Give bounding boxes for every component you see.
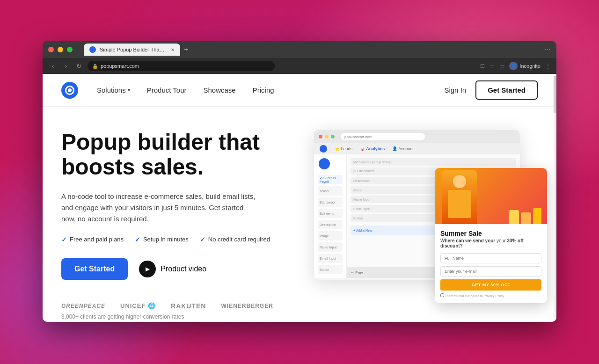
youtube-icon: ▶ — [139, 261, 156, 277]
feature-label-3: No credit card required — [208, 236, 270, 243]
client-rakuten: Rakuten — [171, 302, 206, 310]
logo-inner — [65, 86, 74, 95]
tab-favicon — [89, 46, 96, 53]
popup-cta-button[interactable]: GET MY 30% OFF — [440, 279, 541, 291]
mockup-form-row-1: My beautiful popup design — [351, 158, 516, 166]
hero-features: ✓ Free and paid plans ✓ Setup in minutes… — [61, 236, 295, 243]
popup-email-input[interactable] — [440, 266, 541, 277]
mockup-menu-email[interactable]: Email Input — [318, 254, 343, 263]
mockup-tab-account[interactable]: 👤 Account — [392, 146, 414, 151]
product-video-label: Product video — [161, 265, 206, 273]
mockup-nav-tabs: ⭐ Leads 📊 Analytics 👤 Account — [314, 143, 520, 154]
mockup-menu-name[interactable]: Name Input — [318, 242, 343, 252]
site-navigation: Solutions Product Tour Showcase Pricing … — [43, 74, 556, 107]
browser-scrollbar[interactable] — [554, 74, 556, 322]
popup-image-area — [435, 168, 547, 224]
hero-content: Popup builder that boosts sales. A no-co… — [61, 130, 295, 320]
minimize-button[interactable] — [58, 47, 63, 52]
product-video-button[interactable]: ▶ Product video — [139, 261, 206, 277]
reload-button[interactable]: ↻ — [74, 62, 84, 70]
check-icon-1: ✓ — [61, 236, 67, 243]
scrollbar-thumb[interactable] — [554, 76, 556, 113]
active-tab[interactable]: Simple Popup Builder That Bo... ✕ — [84, 44, 180, 56]
nav-product-tour[interactable]: Product Tour — [147, 86, 187, 94]
get-started-nav-button[interactable]: Get Started — [475, 80, 538, 100]
client-wienerberger: wienerberger — [221, 303, 273, 309]
mockup-menu-edu[interactable]: Edu demo — [318, 197, 343, 207]
site-logo[interactable] — [61, 82, 78, 99]
feature-no-cc: ✓ No credit card required — [200, 236, 270, 243]
check-icon-3: ✓ — [200, 236, 205, 243]
get-started-button[interactable]: Get Started — [61, 258, 128, 280]
clients-logos: GREENPEACE unicef 🌐 Rakuten wienerberger — [61, 302, 295, 310]
browser-chrome: Simple Popup Builder That Bo... ✕ + ⋯ ‹ … — [43, 41, 556, 74]
mockup-tab-analytics[interactable]: 📊 Analytics — [360, 146, 385, 151]
mockup-logo — [320, 145, 327, 153]
hero-description: A no-code tool to increase e-commerce sa… — [61, 191, 258, 225]
mockup-menu-image[interactable]: Image — [318, 231, 343, 240]
back-button[interactable]: ‹ — [48, 62, 58, 70]
hero-title-line1: Popup builder that — [61, 130, 260, 154]
address-bar-right: ⊡ ☆ ▭ 👤 Incognito ⋮ — [480, 62, 551, 70]
mockup-menu-desc[interactable]: Description — [318, 220, 343, 229]
bag-2 — [521, 212, 531, 224]
profile-icon[interactable]: ▭ — [499, 63, 504, 69]
mockup-dot-yellow — [325, 135, 329, 138]
clients-caption: 3,000+ clients are getting higher conver… — [61, 313, 295, 320]
feature-label-1: Free and paid plans — [70, 236, 124, 243]
mockup-menu-success[interactable]: ✓ Success Payoff — [318, 175, 343, 184]
mockup-sidebar: ✓ Success Payoff Teaser Edu demo Edit de… — [314, 154, 347, 278]
url-field[interactable]: 🔒 popupsmart.com — [88, 61, 275, 71]
popup-terms-checkbox[interactable] — [440, 293, 444, 297]
check-icon-2: ✓ — [135, 236, 140, 243]
feature-setup: ✓ Setup in minutes — [135, 236, 189, 243]
menu-icon[interactable]: ⋮ — [545, 63, 551, 69]
mockup-sidebar-logo — [319, 158, 330, 169]
hero-actions: Get Started ▶ Product video — [61, 258, 295, 280]
hero-title: Popup builder that boosts sales. — [61, 130, 295, 180]
close-button[interactable] — [48, 47, 54, 52]
address-bar: ‹ › ↻ 🔒 popupsmart.com ⊡ ☆ ▭ 👤 Incognito… — [43, 58, 556, 74]
mockup-tab-leads[interactable]: ⭐ Leads — [335, 146, 352, 151]
website-content: Solutions Product Tour Showcase Pricing … — [43, 74, 556, 322]
bookmark-icon[interactable]: ☆ — [489, 63, 495, 69]
bag-3 — [533, 208, 541, 224]
url-text: popupsmart.com — [101, 63, 139, 69]
popup-discount: 30% off — [507, 238, 524, 243]
new-tab-button[interactable]: + — [180, 45, 192, 54]
person-body — [448, 190, 471, 218]
cast-icon[interactable]: ⊡ — [480, 63, 485, 69]
hero-title-line2: boosts sales. — [61, 154, 204, 179]
nav-pricing[interactable]: Pricing — [253, 86, 274, 94]
hero-mockup: popupsmart.com ⭐ Leads 📊 Analytics 👤 Acc… — [314, 130, 538, 298]
shopping-bags — [509, 208, 541, 224]
mockup-menu-teaser[interactable]: Teaser — [318, 186, 343, 196]
popup-terms-text: I confirm that I've agree to Privacy Pol… — [445, 294, 505, 298]
incognito-badge: 👤 Incognito — [509, 62, 541, 70]
mockup-menu-edit[interactable]: Edit demo — [318, 209, 343, 218]
mockup-prev-btn[interactable]: ← Prev — [351, 270, 363, 275]
popup-demo: ✕ — [435, 168, 547, 303]
client-unicef: unicef 🌐 — [120, 302, 156, 309]
popup-subtitle: Where can we send your your 30% off disc… — [440, 238, 541, 248]
sign-in-button[interactable]: Sign In — [444, 86, 466, 94]
popup-fullname-input[interactable] — [440, 253, 541, 263]
mockup-dot-red — [319, 135, 322, 138]
popup-content: Summer Sale Where can we send your your … — [435, 224, 547, 303]
browser-window: Simple Popup Builder That Bo... ✕ + ⋯ ‹ … — [43, 41, 556, 322]
maximize-button[interactable] — [67, 47, 73, 52]
tab-close-icon[interactable]: ✕ — [171, 47, 175, 52]
mockup-url-bar: popupsmart.com — [341, 133, 425, 140]
nav-showcase[interactable]: Showcase — [204, 86, 236, 94]
mockup-bar: popupsmart.com — [314, 130, 520, 143]
forward-button[interactable]: › — [61, 62, 71, 70]
mockup-menu-button[interactable]: Button — [318, 265, 343, 274]
mockup-url-text: popupsmart.com — [344, 135, 373, 139]
bag-1 — [509, 210, 519, 224]
window-controls-icon: ⋯ — [544, 46, 551, 53]
popup-title: Summer Sale — [440, 230, 541, 237]
nav-solutions[interactable]: Solutions — [97, 86, 130, 94]
popup-terms: I confirm that I've agree to Privacy Pol… — [440, 293, 541, 298]
hero-section: Popup builder that boosts sales. A no-co… — [43, 107, 556, 322]
person-head — [453, 175, 466, 188]
